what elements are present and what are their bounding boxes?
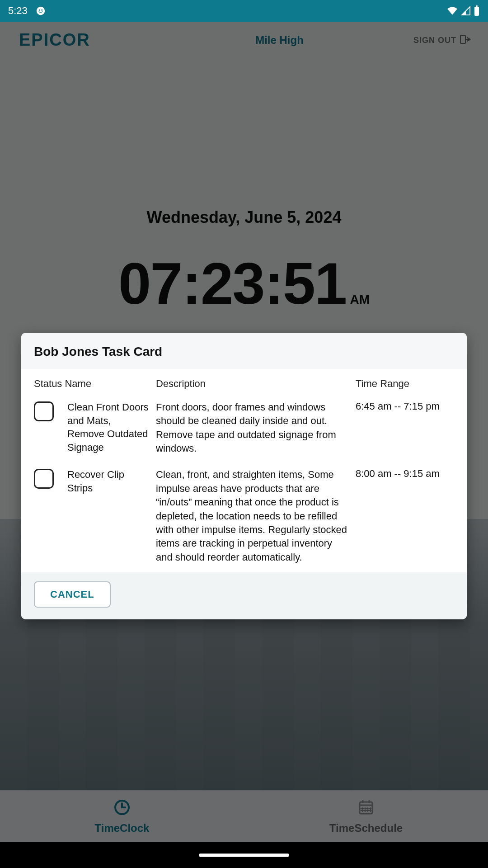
task-time-range: 8:00 am -- 9:15 am bbox=[356, 468, 446, 480]
table-row: Recover Clip Strips Clean, front, and st… bbox=[21, 463, 467, 572]
header-status-name: Status Name bbox=[34, 378, 150, 390]
table-row: Clean Front Doors and Mats, Remove Outda… bbox=[21, 396, 467, 463]
task-description: Front doors, door frames and windows sho… bbox=[156, 401, 350, 455]
task-name: Clean Front Doors and Mats, Remove Outda… bbox=[67, 401, 150, 454]
task-checkbox[interactable] bbox=[34, 401, 54, 421]
header-time-range: Time Range bbox=[356, 378, 446, 390]
svg-point-0 bbox=[37, 7, 45, 15]
task-checkbox[interactable] bbox=[34, 469, 54, 489]
task-time-range: 6:45 am -- 7:15 pm bbox=[356, 401, 446, 412]
svg-point-2 bbox=[41, 9, 42, 11]
android-status-bar: 5:23 bbox=[0, 0, 488, 22]
svg-point-1 bbox=[39, 9, 40, 11]
task-name: Recover Clip Strips bbox=[67, 468, 150, 495]
battery-icon bbox=[474, 5, 480, 16]
task-description: Clean, front, and straighten items, Some… bbox=[156, 468, 350, 564]
cancel-button[interactable]: CANCEL bbox=[34, 581, 111, 608]
home-indicator[interactable] bbox=[199, 854, 289, 857]
task-table-header: Status Name Description Time Range bbox=[21, 369, 467, 396]
task-card-modal: Bob Jones Task Card Status Name Descript… bbox=[21, 333, 467, 619]
cell-signal-icon bbox=[461, 6, 471, 16]
wifi-icon bbox=[446, 6, 458, 16]
header-description: Description bbox=[156, 378, 350, 390]
modal-title: Bob Jones Task Card bbox=[34, 344, 454, 359]
svg-rect-4 bbox=[476, 5, 478, 7]
status-time: 5:23 bbox=[8, 5, 28, 17]
face-icon bbox=[36, 6, 46, 16]
svg-rect-3 bbox=[474, 7, 479, 16]
android-nav-bar bbox=[0, 842, 488, 868]
